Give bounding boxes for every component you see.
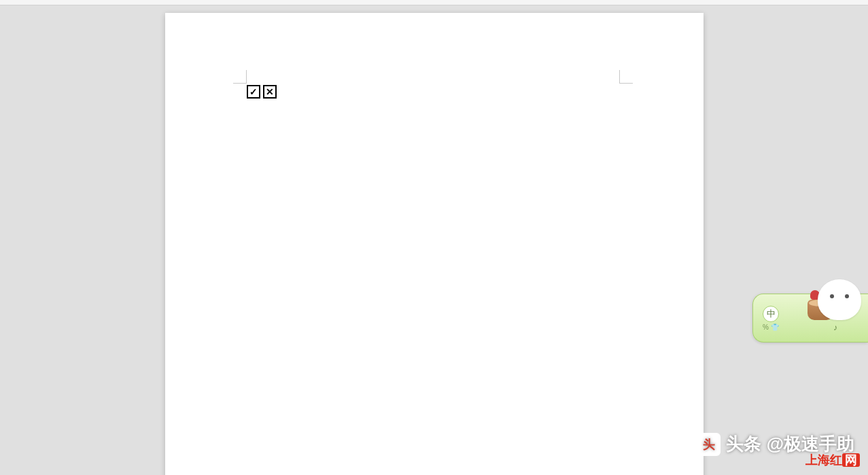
watermark-site: 上海红网: [805, 452, 860, 468]
watermark-author-prefix: 头条: [726, 432, 761, 456]
ime-mode-group[interactable]: 中 % 👕: [763, 306, 779, 331]
document-page[interactable]: [165, 13, 704, 475]
document-canvas[interactable]: [0, 5, 868, 475]
ime-punct-icon[interactable]: %: [763, 323, 769, 331]
ime-skin-icon[interactable]: 👕: [771, 323, 779, 331]
ime-music-note-icon: ♪: [833, 323, 837, 332]
ime-mode-indicator[interactable]: 中: [763, 306, 779, 322]
watermark-site-text: 上海红: [805, 453, 842, 467]
toolbar-strip: [0, 0, 868, 5]
margin-guide-top-left: [233, 70, 247, 84]
checked-box-symbol[interactable]: [247, 85, 260, 99]
crossed-box-symbol[interactable]: [263, 85, 277, 99]
ime-mascot-art: ♪: [779, 294, 868, 342]
ime-mascot-icon: [818, 279, 861, 320]
ime-floating-panel[interactable]: 中 % 👕 ♪: [752, 294, 868, 342]
toutiao-logo-icon: 头: [697, 433, 721, 456]
margin-guide-top-right: [619, 70, 633, 84]
document-body[interactable]: [247, 85, 277, 99]
watermark-site-box: 网: [842, 453, 860, 467]
ime-sub-indicators[interactable]: % 👕: [763, 323, 779, 331]
